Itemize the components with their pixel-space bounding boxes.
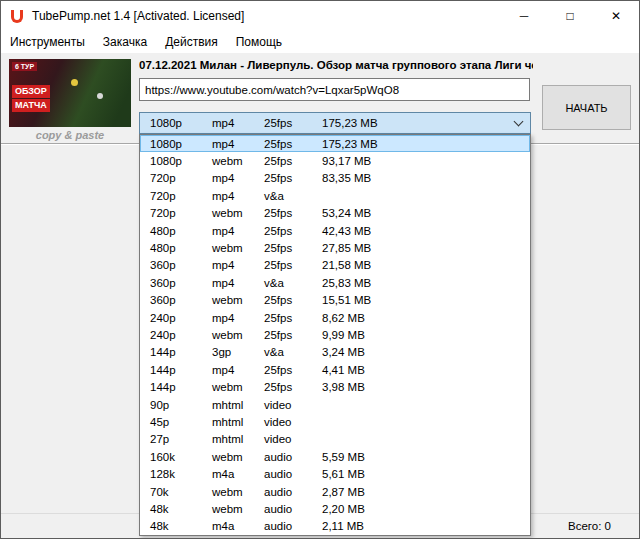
format-option-row[interactable]: 480p mp4 25fps 42,43 MB xyxy=(140,222,530,239)
maximize-button[interactable]: □ xyxy=(547,1,593,31)
menu-item-download[interactable]: Закачка xyxy=(94,31,156,53)
option-res: 360p xyxy=(150,277,212,289)
selected-size: 175,23 MB xyxy=(322,117,506,129)
option-kind: 25fps xyxy=(264,225,322,237)
option-container: webm xyxy=(212,503,264,515)
title-bar: TubePump.net 1.4 [Activated. Licensed] ─… xyxy=(1,1,639,31)
close-button[interactable]: ✕ xyxy=(593,1,639,31)
thumbnail-badge: 6 ТУР xyxy=(12,62,37,71)
format-option-row[interactable]: 128k m4a audio 5,61 MB xyxy=(140,465,530,482)
format-option-row[interactable]: 240p mp4 25fps 8,62 MB xyxy=(140,309,530,326)
option-size: 42,43 MB xyxy=(322,225,530,237)
close-icon: ✕ xyxy=(611,9,621,23)
option-kind: audio xyxy=(264,451,322,463)
format-option-row[interactable]: 720p mp4 25fps 83,35 MB xyxy=(140,170,530,187)
option-kind: 25fps xyxy=(264,242,322,254)
option-kind: audio xyxy=(264,468,322,480)
format-option-row[interactable]: 1080p webm 25fps 93,17 MB xyxy=(140,152,530,169)
minimize-button[interactable]: ─ xyxy=(501,1,547,31)
option-res: 240p xyxy=(150,329,212,341)
option-container: webm xyxy=(212,242,264,254)
option-kind: audio xyxy=(264,520,322,532)
format-option-row[interactable]: 360p mp4 25fps 21,58 MB xyxy=(140,257,530,274)
option-res: 480p xyxy=(150,242,212,254)
selected-kind: 25fps xyxy=(264,117,322,129)
format-option-row[interactable]: 144p mp4 25fps 4,41 MB xyxy=(140,361,530,378)
option-kind: video xyxy=(264,416,322,428)
option-size: 8,62 MB xyxy=(322,312,530,324)
option-size: 5,59 MB xyxy=(322,451,530,463)
format-combobox[interactable]: 1080p mp4 25fps 175,23 MB xyxy=(139,112,531,134)
option-res: 480p xyxy=(150,225,212,237)
window-title: TubePump.net 1.4 [Activated. Licensed] xyxy=(32,9,244,23)
option-res: 160k xyxy=(150,451,212,463)
option-res: 240p xyxy=(150,312,212,324)
option-kind: v&a xyxy=(264,346,322,358)
thumbnail-player-dot xyxy=(97,93,103,99)
menu-item-actions[interactable]: Действия xyxy=(156,31,227,53)
format-option-row[interactable]: 1080p mp4 25fps 175,23 MB xyxy=(140,135,530,152)
app-window: TubePump.net 1.4 [Activated. Licensed] ─… xyxy=(0,0,640,539)
start-download-button[interactable]: НАЧАТЬ xyxy=(542,85,631,130)
option-container: mp4 xyxy=(212,172,264,184)
format-option-row[interactable]: 45p mhtml video xyxy=(140,413,530,430)
format-option-row[interactable]: 48k webm audio 2,20 MB xyxy=(140,500,530,517)
option-container: mhtml xyxy=(212,433,264,445)
option-res: 1080p xyxy=(150,138,212,150)
option-container: mp4 xyxy=(212,190,264,202)
option-size: 53,24 MB xyxy=(322,207,530,219)
option-container: mp4 xyxy=(212,259,264,271)
copy-paste-hint: copy & paste xyxy=(9,129,131,141)
option-res: 27p xyxy=(150,433,212,445)
selected-resolution: 1080p xyxy=(150,117,212,129)
option-container: webm xyxy=(212,451,264,463)
option-res: 144p xyxy=(150,346,212,358)
format-option-row[interactable]: 720p mp4 v&a xyxy=(140,187,530,204)
menu-item-help[interactable]: Помощь xyxy=(227,31,291,53)
option-container: mp4 xyxy=(212,225,264,237)
option-res: 720p xyxy=(150,190,212,202)
option-container: m4a xyxy=(212,468,264,480)
format-option-row[interactable]: 240p webm 25fps 9,99 MB xyxy=(140,326,530,343)
format-option-row[interactable]: 360p webm 25fps 15,51 MB xyxy=(140,292,530,309)
format-option-row[interactable]: 70k webm audio 2,87 MB xyxy=(140,483,530,500)
option-kind: video xyxy=(264,399,322,411)
option-size: 93,17 MB xyxy=(322,155,530,167)
option-size: 5,61 MB xyxy=(322,468,530,480)
app-logo-icon xyxy=(11,10,23,23)
format-option-row[interactable]: 48k m4a audio 2,11 MB xyxy=(140,518,530,535)
thumbnail-overlay-line1: ОБЗОР xyxy=(12,85,50,98)
format-option-row[interactable]: 360p mp4 v&a 25,83 MB xyxy=(140,274,530,291)
option-container: webm xyxy=(212,486,264,498)
option-res: 90p xyxy=(150,399,212,411)
format-option-row[interactable]: 160k webm audio 5,59 MB xyxy=(140,448,530,465)
option-size: 2,87 MB xyxy=(322,486,530,498)
option-container: webm xyxy=(212,329,264,341)
option-res: 720p xyxy=(150,172,212,184)
option-kind: 25fps xyxy=(264,294,322,306)
option-container: 3gp xyxy=(212,346,264,358)
menu-bar: Инструменты Закачка Действия Помощь xyxy=(1,31,639,53)
format-option-row[interactable]: 720p webm 25fps 53,24 MB xyxy=(140,205,530,222)
thumbnail-player-dot xyxy=(71,79,78,86)
maximize-icon: □ xyxy=(566,9,573,23)
option-size: 2,11 MB xyxy=(322,520,530,532)
option-res: 48k xyxy=(150,503,212,515)
format-option-row[interactable]: 27p mhtml video xyxy=(140,431,530,448)
option-size: 2,20 MB xyxy=(322,503,530,515)
chevron-down-icon xyxy=(513,116,523,126)
format-option-row[interactable]: 480p webm 25fps 27,85 MB xyxy=(140,239,530,256)
menu-item-tools[interactable]: Инструменты xyxy=(1,31,94,53)
option-container: webm xyxy=(212,294,264,306)
format-dropdown-list[interactable]: 1080p mp4 25fps 175,23 MB 1080p webm 25f… xyxy=(139,134,531,536)
format-option-row[interactable]: 144p webm 25fps 3,98 MB xyxy=(140,378,530,395)
format-option-row[interactable]: 90p mhtml video xyxy=(140,396,530,413)
option-res: 70k xyxy=(150,486,212,498)
video-url-input[interactable] xyxy=(139,78,530,101)
window-controls: ─ □ ✕ xyxy=(501,1,639,31)
option-res: 1080p xyxy=(150,155,212,167)
option-size: 21,58 MB xyxy=(322,259,530,271)
option-kind: v&a xyxy=(264,277,322,289)
option-size: 83,35 MB xyxy=(322,172,530,184)
format-option-row[interactable]: 144p 3gp v&a 3,24 MB xyxy=(140,344,530,361)
